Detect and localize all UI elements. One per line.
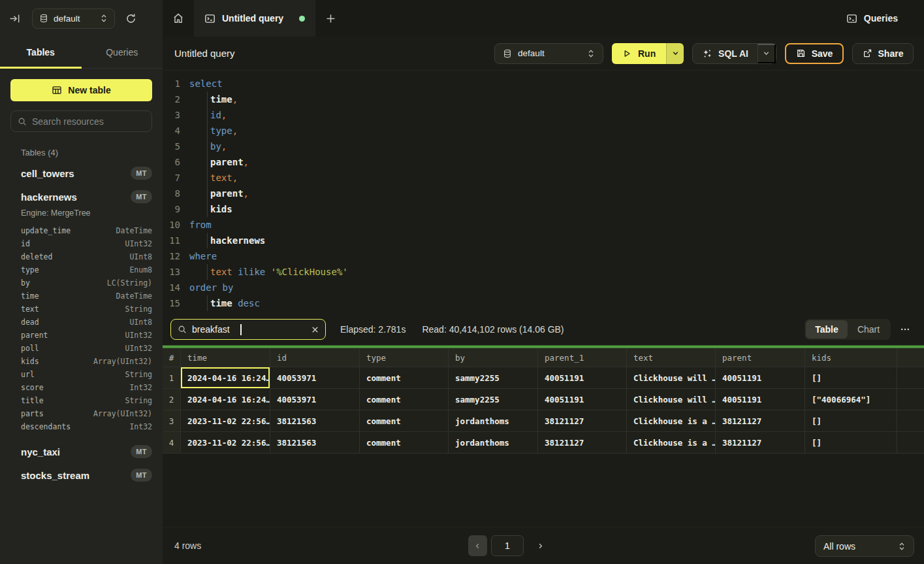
table-cell[interactable]: comment <box>360 367 449 388</box>
results-search[interactable]: breakfast <box>170 319 326 340</box>
table-cell[interactable]: 2023-11-02 22:56… <box>181 432 270 453</box>
sql-ai-button[interactable]: SQL AI <box>693 48 757 59</box>
database-selector-toolbar[interactable]: default <box>494 43 603 64</box>
table-cell[interactable]: jordanthoms <box>449 410 538 431</box>
table-cell[interactable]: ["40066964"] <box>805 389 897 410</box>
table-cell[interactable]: sammy2255 <box>449 389 538 410</box>
table-cell[interactable]: 40053971 <box>270 389 360 410</box>
column-header[interactable]: text <box>627 348 716 367</box>
schema-column[interactable]: descendantsInt32 <box>10 420 152 433</box>
table-cell[interactable]: [] <box>805 367 897 388</box>
prev-page-icon[interactable] <box>468 535 487 556</box>
column-header[interactable]: parent_1 <box>538 348 627 367</box>
database-selector-topbar[interactable]: default <box>32 8 115 29</box>
column-header[interactable]: by <box>449 348 538 367</box>
sidebar-search-input[interactable] <box>32 116 136 127</box>
schema-column[interactable]: deletedUInt8 <box>10 250 152 263</box>
sql-ai-chevron[interactable] <box>757 44 776 63</box>
view-toggle-chart[interactable]: Chart <box>848 320 889 339</box>
page-number-input[interactable]: 1 <box>491 535 524 556</box>
sidebar-item-stocks-stream[interactable]: stocks_stream MT <box>10 463 152 487</box>
table-cell[interactable]: comment <box>360 410 449 431</box>
schema-column[interactable]: urlString <box>10 368 152 381</box>
view-toggle-table[interactable]: Table <box>806 320 848 339</box>
schema-column[interactable]: idUInt32 <box>10 237 152 250</box>
column-header[interactable]: parent <box>716 348 805 367</box>
table-cell[interactable]: 40053971 <box>270 367 360 388</box>
table-cell[interactable]: 40051191 <box>716 367 805 388</box>
run-options-chevron[interactable] <box>666 43 684 64</box>
schema-column[interactable]: titleString <box>10 394 152 407</box>
code-line: 11hackernews <box>163 233 924 248</box>
column-type: String <box>125 396 152 405</box>
schema-column[interactable]: scoreInt32 <box>10 381 152 394</box>
schema-column[interactable]: textString <box>10 303 152 316</box>
table-cell[interactable]: Clickhouse is a … <box>627 432 716 453</box>
table-cell[interactable]: 38121127 <box>716 432 805 453</box>
table-cell[interactable]: 2023-11-02 22:56… <box>181 410 270 431</box>
table-cell[interactable]: [] <box>805 432 897 453</box>
table-cell[interactable]: 4 <box>163 432 181 453</box>
more-options-icon[interactable] <box>897 324 914 335</box>
column-header[interactable]: kids <box>805 348 897 367</box>
sidebar-item-nyc-taxi[interactable]: nyc_taxi MT <box>10 440 152 463</box>
schema-column[interactable]: deadUInt8 <box>10 316 152 329</box>
schema-column[interactable]: parentUInt32 <box>10 329 152 342</box>
new-table-button[interactable]: New table <box>10 79 152 101</box>
table-cell[interactable]: 3 <box>163 410 181 431</box>
queries-button[interactable]: Queries <box>846 13 898 24</box>
table-cell[interactable]: Clickhouse is a … <box>627 410 716 431</box>
collapse-sidebar-icon[interactable] <box>9 13 20 24</box>
table-cell[interactable]: Clickhouse will … <box>627 367 716 388</box>
schema-column[interactable]: partsArray(UInt32) <box>10 407 152 420</box>
table-cell[interactable]: 2024-04-16 16:24… <box>181 389 270 410</box>
table-cell[interactable]: 40051191 <box>538 389 627 410</box>
tab-untitled-query[interactable]: Untitled query <box>194 0 315 37</box>
schema-column[interactable]: timeDateTime <box>10 290 152 303</box>
schema-column[interactable]: typeEnum8 <box>10 263 152 276</box>
table-cell[interactable]: 2 <box>163 389 181 410</box>
schema-column[interactable]: kidsArray(UInt32) <box>10 355 152 368</box>
clear-search-icon[interactable] <box>311 326 319 333</box>
page-size-selector[interactable]: All rows <box>815 535 914 557</box>
table-cell[interactable]: Clickhouse will … <box>627 389 716 410</box>
table-cell[interactable]: 38121563 <box>270 410 360 431</box>
table-cell[interactable]: sammy2255 <box>449 367 538 388</box>
sidebar-tab-queries[interactable]: Queries <box>82 37 163 68</box>
sidebar-tab-tables[interactable]: Tables <box>0 37 82 68</box>
table-cell[interactable]: 40051191 <box>716 389 805 410</box>
table-cell[interactable]: 40051191 <box>538 367 627 388</box>
table-cell[interactable]: 2024-04-16 16:24… <box>181 367 270 388</box>
table-cell[interactable]: comment <box>360 432 449 453</box>
engine-label: Engine: MergeTree <box>21 208 152 218</box>
column-header[interactable]: time <box>181 348 270 367</box>
table-cell[interactable]: 38121127 <box>538 410 627 431</box>
run-button[interactable]: Run <box>612 43 666 64</box>
new-tab-icon[interactable] <box>315 0 345 37</box>
sidebar-search[interactable] <box>10 110 152 132</box>
table-cell[interactable]: jordanthoms <box>449 432 538 453</box>
sidebar-item-hackernews[interactable]: hackernews MT <box>10 185 152 208</box>
next-page-icon[interactable] <box>532 535 548 556</box>
home-icon[interactable] <box>163 0 194 37</box>
column-type: LC(String) <box>107 278 152 288</box>
column-type: UInt8 <box>129 252 152 261</box>
column-header[interactable]: type <box>360 348 449 367</box>
table-cell[interactable]: 38121127 <box>538 432 627 453</box>
table-cell[interactable]: [] <box>805 410 897 431</box>
table-cell[interactable]: 38121563 <box>270 432 360 453</box>
line-number: 10 <box>163 217 180 233</box>
column-header[interactable]: # <box>163 348 181 367</box>
table-cell[interactable]: 1 <box>163 367 181 388</box>
table-cell[interactable]: 38121127 <box>716 410 805 431</box>
schema-column[interactable]: pollUInt32 <box>10 342 152 355</box>
schema-column[interactable]: byLC(String) <box>10 276 152 290</box>
save-button[interactable]: Save <box>785 43 844 64</box>
share-button[interactable]: Share <box>852 43 914 64</box>
refresh-icon[interactable] <box>125 13 136 24</box>
schema-column[interactable]: update_timeDateTime <box>10 224 152 237</box>
sql-editor[interactable]: 1select2time,3id,4type,5by,6parent,7text… <box>163 71 924 314</box>
table-cell[interactable]: comment <box>360 389 449 410</box>
column-header[interactable]: id <box>270 348 360 367</box>
sidebar-item-cell-towers[interactable]: cell_towers MT <box>10 161 152 185</box>
